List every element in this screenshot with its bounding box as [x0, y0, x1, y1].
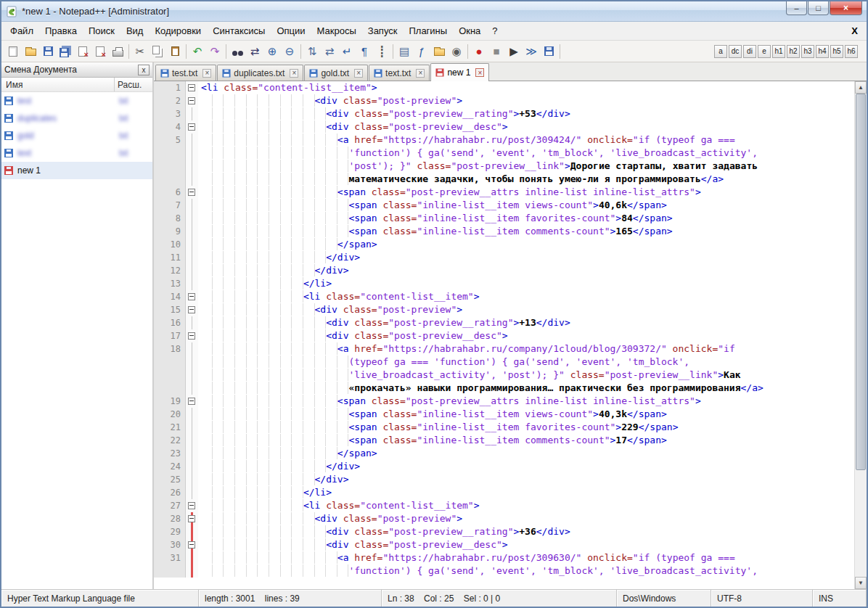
play-macro-icon[interactable]: ▶	[505, 43, 523, 60]
code-row[interactable]: 28<div class="post-preview">	[154, 512, 854, 525]
code-row[interactable]: 16<div class="post-preview__rating">+13<…	[154, 316, 854, 329]
tab-text-txt[interactable]: text.txt×	[369, 65, 430, 81]
code-row[interactable]: 'function') { ga('send', 'event', 'tm_bl…	[154, 147, 854, 160]
word-wrap-icon[interactable]: ↵	[338, 43, 356, 60]
code-row[interactable]: 11</div>	[154, 251, 854, 264]
doc-switcher-item[interactable]: goldtxt	[1, 127, 152, 144]
menu-view[interactable]: Вид	[120, 22, 150, 39]
code-row[interactable]: 26</li>	[154, 486, 854, 499]
fold-collapse-icon[interactable]	[188, 293, 195, 300]
code-row[interactable]: 18<a href="https://habrahabr.ru/company/…	[154, 342, 854, 356]
code-row[interactable]: 22<span class="inline-list__item comment…	[154, 434, 854, 447]
code-row[interactable]: 1<li class="content-list__item">	[154, 81, 854, 94]
tab-close-icon[interactable]: ×	[416, 69, 425, 78]
close-all-docs-icon[interactable]	[91, 43, 109, 60]
stop-macro-icon[interactable]: ■	[488, 43, 505, 60]
tab-close-icon[interactable]: ×	[354, 69, 363, 78]
monitoring-icon[interactable]: ◉	[448, 43, 465, 60]
function-list-icon[interactable]: ƒ	[413, 43, 430, 60]
vertical-scrollbar[interactable]: ▲ ▼	[854, 81, 867, 589]
code-row[interactable]: 3<div class="post-preview__rating">+53</…	[154, 107, 854, 120]
fold-collapse-icon[interactable]	[188, 541, 195, 549]
code-row[interactable]: 7<span class="inline-list__item views-co…	[154, 199, 854, 212]
tab-close-icon[interactable]: ×	[202, 69, 211, 78]
print-icon[interactable]	[109, 43, 126, 60]
save-macro-icon[interactable]	[540, 43, 557, 60]
find-icon[interactable]	[229, 43, 246, 60]
tab-test-txt[interactable]: test.txt×	[155, 65, 216, 81]
document-map-icon[interactable]: ▤	[396, 43, 413, 60]
save-icon[interactable]	[39, 43, 57, 60]
save-all-icon[interactable]	[57, 43, 74, 60]
code-row[interactable]: 21<span class="inline-list__item favorit…	[154, 421, 854, 434]
code-row[interactable]: 15<div class="post-preview">	[154, 303, 854, 316]
zoom-in-icon[interactable]: ⊕	[263, 43, 281, 60]
tag-button-h1[interactable]: h1	[772, 45, 785, 58]
show-all-characters-icon[interactable]: ¶	[356, 43, 373, 60]
undo-icon[interactable]: ↶	[189, 43, 206, 60]
menu-encoding[interactable]: Кодировки	[149, 22, 207, 39]
record-macro-icon[interactable]: ●	[470, 43, 488, 60]
tag-button-h3[interactable]: h3	[801, 45, 814, 58]
code-row[interactable]: 5<a href="https://habrahabr.ru/post/3094…	[154, 133, 854, 147]
code-row[interactable]: 25</div>	[154, 473, 854, 486]
code-row[interactable]: 19<span class="post-preview__attrs inlin…	[154, 395, 854, 408]
cut-icon[interactable]: ✂	[131, 43, 149, 60]
scroll-down-icon[interactable]: ▼	[855, 577, 867, 589]
fold-collapse-icon[interactable]	[188, 398, 195, 405]
close-button[interactable]: ×	[830, 1, 862, 15]
doc-switcher-item[interactable]: testtxt	[1, 92, 152, 110]
tab-new-1[interactable]: new 1×	[430, 63, 489, 81]
tag-button-h5[interactable]: h5	[830, 45, 843, 58]
tag-button-h2[interactable]: h2	[787, 45, 800, 58]
tag-button-h6[interactable]: h6	[845, 45, 858, 58]
code-row[interactable]: 20<span class="inline-list__item views-c…	[154, 408, 854, 421]
fold-collapse-icon[interactable]	[188, 97, 195, 104]
scroll-up-icon[interactable]: ▲	[855, 81, 867, 94]
code-editor[interactable]: 1<li class="content-list__item">2<div cl…	[154, 81, 854, 589]
menu-window[interactable]: Окна	[453, 22, 486, 39]
doc-switcher-item[interactable]: duplicatestxt	[1, 110, 152, 127]
column-header-ext[interactable]: Расш.	[115, 78, 152, 91]
tab-duplicates-txt[interactable]: duplicates.txt×	[217, 65, 303, 81]
tab-close-icon[interactable]: ×	[290, 69, 298, 78]
code-row[interactable]: 27<li class="content-list__item">	[154, 499, 854, 512]
code-row[interactable]: 30<div class="post-preview__desc">	[154, 538, 854, 551]
menu-help[interactable]: ?	[486, 22, 503, 39]
menu-file[interactable]: Файл	[4, 22, 39, 39]
code-row[interactable]: 12</div>	[154, 264, 854, 277]
tag-button-a[interactable]: a	[714, 45, 727, 58]
menu-settings[interactable]: Опции	[271, 22, 311, 39]
code-row[interactable]: 8<span class="inline-list__item favorite…	[154, 212, 854, 225]
fold-collapse-icon[interactable]	[188, 515, 195, 522]
code-row[interactable]: 'live_broadcast_activity', 'post'); }" c…	[154, 369, 854, 382]
code-row[interactable]: 'function') { ga('send', 'event', 'tm_bl…	[154, 564, 854, 578]
doc-switcher-item[interactable]: new 1	[1, 162, 152, 179]
menu-edit[interactable]: Правка	[39, 22, 83, 39]
indent-guide-icon[interactable]: ┋	[373, 43, 390, 60]
code-row[interactable]: математические задачки, чтобы понять уме…	[154, 173, 854, 186]
code-row[interactable]: 14<li class="content-list__item">	[154, 290, 854, 303]
paste-icon[interactable]	[166, 43, 184, 60]
menu-run[interactable]: Запуск	[362, 22, 404, 39]
copy-icon[interactable]	[149, 43, 166, 60]
code-row[interactable]: 29<div class="post-preview__rating">+36<…	[154, 525, 854, 538]
sync-scroll-vertical-icon[interactable]: ⇅	[303, 43, 321, 60]
zoom-out-icon[interactable]: ⊖	[281, 43, 298, 60]
close-doc-icon[interactable]	[74, 43, 91, 60]
fold-collapse-icon[interactable]	[188, 84, 195, 91]
tag-button-e[interactable]: e	[758, 45, 771, 58]
column-header-name[interactable]: Имя	[1, 78, 115, 91]
doc-switcher-item[interactable]: texttxt	[1, 144, 152, 162]
tab-gold-txt[interactable]: gold.txt×	[304, 65, 368, 81]
code-row[interactable]: «прокачать» навыки программирования… пра…	[154, 382, 854, 395]
menu-plugins[interactable]: Плагины	[403, 22, 453, 39]
replace-icon[interactable]: ⇄	[246, 43, 263, 60]
code-row[interactable]: 23</span>	[154, 447, 854, 460]
redo-icon[interactable]: ↷	[206, 43, 224, 60]
menu-search[interactable]: Поиск	[83, 22, 120, 39]
playback-multiple-icon[interactable]: ≫	[523, 43, 540, 60]
fold-collapse-icon[interactable]	[188, 306, 195, 313]
code-row[interactable]: 13</li>	[154, 277, 854, 290]
folder-as-workspace-icon[interactable]	[430, 43, 448, 60]
